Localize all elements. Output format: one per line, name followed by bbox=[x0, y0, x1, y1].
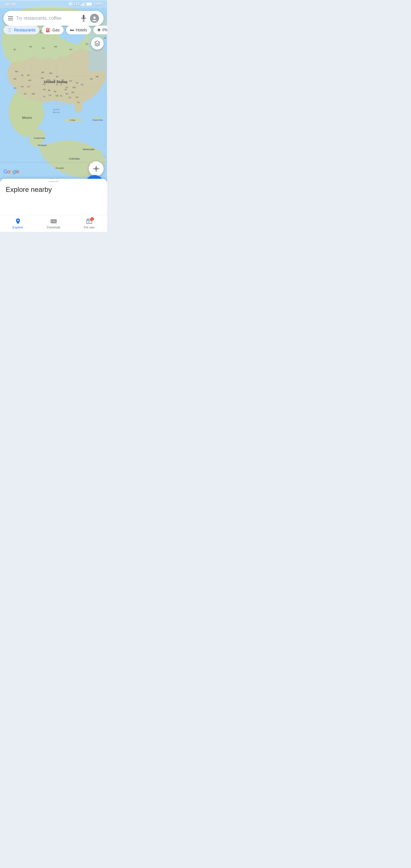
svg-text:MO: MO bbox=[47, 79, 50, 81]
svg-text:ND: ND bbox=[41, 71, 44, 73]
search-placeholder: Try restaurants, coffee bbox=[16, 16, 77, 21]
svg-text:MN: MN bbox=[50, 72, 53, 74]
for-you-nav-icon: 1 bbox=[86, 218, 93, 225]
explore-nav-icon bbox=[14, 218, 22, 225]
gas-label: Gas bbox=[52, 28, 60, 32]
svg-rect-6 bbox=[87, 3, 91, 5]
svg-rect-107 bbox=[51, 222, 52, 222]
svg-text:BC: BC bbox=[13, 49, 16, 51]
svg-text:NH: NH bbox=[90, 78, 93, 80]
signal-icon bbox=[81, 2, 85, 6]
commute-nav-label: Commute bbox=[47, 225, 61, 229]
svg-text:NV: NV bbox=[21, 86, 24, 88]
svg-text:WI: WI bbox=[56, 76, 59, 78]
pharmacies-label: Pharmacies bbox=[102, 28, 107, 32]
svg-text:OR: OR bbox=[13, 78, 17, 80]
restaurants-label: Restaurants bbox=[14, 28, 35, 32]
restaurants-icon: 🍴 bbox=[7, 28, 12, 32]
pharmacies-icon: ✚ bbox=[97, 28, 101, 32]
svg-text:SC: SC bbox=[68, 96, 71, 98]
hotels-icon: 🛏 bbox=[70, 28, 74, 32]
svg-text:SK: SK bbox=[42, 47, 45, 49]
svg-text:MI: MI bbox=[62, 79, 64, 81]
bottom-navigation: Explore Commute bbox=[0, 215, 107, 232]
sheet-handle bbox=[49, 181, 59, 182]
svg-point-112 bbox=[88, 219, 88, 220]
nav-item-explore[interactable]: Explore bbox=[0, 215, 36, 232]
search-inner[interactable]: Try restaurants, coffee bbox=[3, 11, 104, 26]
svg-rect-104 bbox=[51, 220, 52, 221]
svg-rect-101 bbox=[51, 220, 57, 223]
svg-text:RR: RR bbox=[103, 156, 106, 158]
explore-nav-label: Explore bbox=[12, 225, 23, 229]
svg-rect-4 bbox=[84, 2, 85, 6]
svg-text:Guatemala: Guatemala bbox=[34, 137, 45, 140]
svg-rect-2 bbox=[82, 4, 83, 6]
svg-text:MS: MS bbox=[56, 95, 59, 97]
svg-text:IN: IN bbox=[65, 82, 67, 84]
svg-text:VA: VA bbox=[64, 89, 67, 91]
svg-text:IL: IL bbox=[61, 83, 62, 85]
svg-text:IA: IA bbox=[53, 79, 55, 81]
svg-point-93 bbox=[93, 17, 96, 19]
battery-icon bbox=[86, 2, 92, 6]
svg-text:RO: RO bbox=[103, 164, 106, 166]
svg-text:ID: ID bbox=[22, 74, 23, 76]
nav-item-commute[interactable]: Commute bbox=[36, 215, 71, 232]
svg-text:NC: NC bbox=[66, 93, 68, 95]
status-icons: LTE 100% bbox=[68, 2, 102, 6]
my-location-button[interactable]: ? bbox=[89, 161, 104, 176]
svg-text:MB: MB bbox=[54, 46, 57, 48]
svg-rect-105 bbox=[53, 220, 54, 221]
wifi-icon bbox=[68, 2, 73, 6]
lte-label: LTE bbox=[74, 2, 80, 6]
chip-hotels[interactable]: 🛏 Hotels bbox=[66, 26, 91, 34]
category-chips: 🍴 Restaurants ⛽ Gas 🛏 Hotels ✚ Pharmacie… bbox=[0, 26, 107, 34]
svg-text:WV: WV bbox=[72, 87, 76, 89]
svg-text:UT: UT bbox=[27, 86, 30, 88]
map-layers-button[interactable] bbox=[91, 37, 104, 50]
chip-pharmacies[interactable]: ✚ Pharmacies bbox=[93, 26, 107, 34]
hamburger-menu-button[interactable] bbox=[8, 16, 13, 20]
svg-text:Venezuela: Venezuela bbox=[83, 148, 94, 151]
svg-text:TN: TN bbox=[53, 91, 56, 93]
svg-text:WY: WY bbox=[28, 80, 32, 82]
hotels-label: Hotels bbox=[76, 28, 87, 32]
battery-percentage: 100% bbox=[94, 2, 102, 6]
svg-text:AB: AB bbox=[29, 46, 32, 48]
svg-text:OH: OH bbox=[69, 80, 72, 82]
svg-text:PE: PE bbox=[104, 37, 106, 39]
svg-text:Mexico: Mexico bbox=[22, 116, 32, 119]
status-time: 10:00 bbox=[5, 2, 15, 6]
svg-text:Ecuador: Ecuador bbox=[56, 167, 64, 169]
svg-rect-3 bbox=[83, 3, 84, 6]
nav-item-for-you[interactable]: 1 For you bbox=[71, 215, 107, 232]
bottom-sheet[interactable]: Explore nearby bbox=[0, 179, 107, 216]
svg-rect-90 bbox=[83, 15, 85, 19]
svg-text:LA: LA bbox=[49, 94, 51, 96]
svg-text:Mexico: Mexico bbox=[53, 111, 60, 114]
svg-text:FL: FL bbox=[77, 101, 80, 103]
svg-text:IL: IL bbox=[56, 83, 58, 85]
status-bar: 10:00 LTE 100% bbox=[0, 0, 107, 8]
svg-text:NB: NB bbox=[96, 76, 98, 78]
svg-text:SD: SD bbox=[41, 77, 44, 79]
svg-text:DE: DE bbox=[71, 91, 74, 93]
chip-gas[interactable]: ⛽ Gas bbox=[42, 26, 64, 34]
svg-text:?: ? bbox=[96, 167, 97, 169]
svg-rect-1 bbox=[81, 5, 82, 6]
svg-text:AL: AL bbox=[60, 95, 63, 97]
svg-text:KS: KS bbox=[43, 83, 46, 85]
google-logo: Google bbox=[3, 169, 19, 175]
svg-text:GA: GA bbox=[76, 96, 78, 98]
account-avatar[interactable] bbox=[90, 14, 99, 23]
svg-text:QC: QC bbox=[86, 43, 89, 45]
svg-text:ON: ON bbox=[69, 49, 72, 51]
svg-text:PA: PA bbox=[76, 82, 78, 84]
commute-nav-icon bbox=[50, 218, 57, 225]
explore-nearby-title: Explore nearby bbox=[6, 186, 52, 194]
svg-text:MT: MT bbox=[27, 74, 30, 76]
chip-restaurants[interactable]: 🍴 Restaurants bbox=[3, 26, 39, 34]
voice-search-button[interactable] bbox=[80, 15, 87, 22]
for-you-nav-label: For you bbox=[84, 225, 94, 229]
